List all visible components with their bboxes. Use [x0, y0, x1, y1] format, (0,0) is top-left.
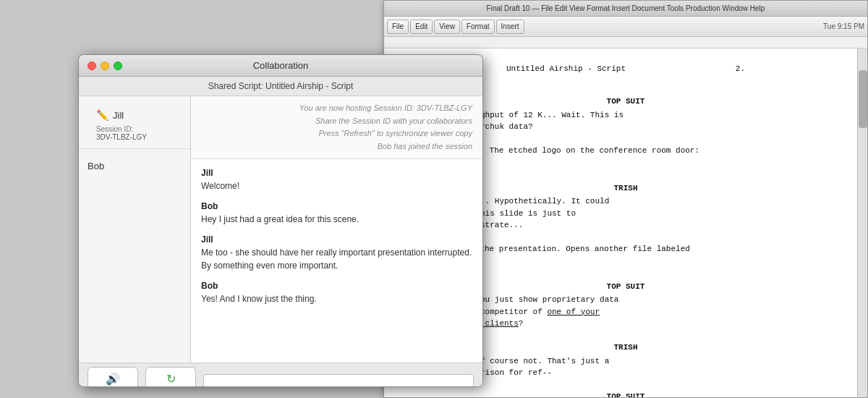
- collab-status-area: You are now hosting Session ID: 3DV-TLBZ…: [191, 96, 482, 159]
- chat-message-3: Bob Yes! And I know just the thing.: [201, 281, 472, 305]
- collab-body: ✏️ Jill Session ID: 3DV-TLBZ-LGY Bob You…: [79, 96, 482, 363]
- refresh-icon: ↻: [166, 372, 176, 386]
- chat-text-0: Welcome!: [201, 179, 472, 192]
- status-line-2: Share the Session ID with your collabora…: [201, 115, 472, 128]
- status-line-1: You are now hosting Session ID: 3DV-TLBZ…: [201, 102, 472, 115]
- script-dialog-trish2: No. Of course not. That's just acomparis…: [456, 355, 795, 379]
- script-ruler: [384, 37, 867, 48]
- status-line-4: Bob has joined the session: [201, 140, 472, 153]
- collab-window-title: Collaboration: [253, 60, 309, 71]
- chat-sender-0: Jill: [201, 168, 472, 178]
- toolbar-edit[interactable]: Edit: [410, 20, 433, 34]
- session-id-value: 3DV-TLBZ-LGY: [96, 133, 182, 141]
- toolbar-file[interactable]: File: [387, 20, 409, 34]
- script-titlebar: Final Draft 10 — File Edit View Format I…: [384, 1, 867, 17]
- jill-name: Jill: [113, 110, 124, 121]
- script-toolbar: File Edit View Format Insert Tue 9:15 PM: [384, 17, 867, 37]
- script-dialog-topsuit2: Did you just show proprietary datato a c…: [456, 294, 795, 330]
- collab-sidebar: ✏️ Jill Session ID: 3DV-TLBZ-LGY Bob: [79, 96, 191, 363]
- chat-area: Jill Welcome! Bob Hey I just had a great…: [191, 159, 482, 363]
- chat-message-2: Jill Me too - she should have her really…: [201, 234, 472, 272]
- jill-user-icon: ✏️: [96, 109, 109, 121]
- maximize-button[interactable]: [114, 62, 122, 70]
- chat-message-1: Bob Hey I just had a great idea for this…: [201, 201, 472, 226]
- shared-script-label: Shared Script: Untitled Airship - Script: [79, 77, 482, 96]
- sound-icon: 🔊: [106, 372, 120, 386]
- minimize-button[interactable]: [101, 62, 109, 70]
- chat-message-0: Jill Welcome!: [201, 168, 472, 192]
- collaboration-window: Collaboration Shared Script: Untitled Ai…: [78, 54, 483, 387]
- jill-user-entry: ✏️ Jill: [88, 106, 182, 124]
- script-title-text: Final Draft 10 — File Edit View Format I…: [487, 4, 765, 12]
- chat-text-1: Hey I just had a great idea for this sce…: [201, 213, 472, 226]
- refresh-button[interactable]: ↻ Refresh: [145, 367, 196, 387]
- chat-sender-3: Bob: [201, 281, 472, 291]
- session-label-text: Session ID:: [96, 125, 182, 133]
- bob-user-entry: Bob: [79, 155, 190, 177]
- script-scrollthumb[interactable]: [859, 70, 867, 128]
- collab-main: You are now hosting Session ID: 3DV-TLBZ…: [191, 96, 482, 363]
- toolbar-insert[interactable]: Insert: [496, 20, 524, 34]
- status-line-3: Press "Refresh" to synchronize viewer co…: [201, 127, 472, 140]
- script-dialog-trish: Well... Hypothetically. It couldbe. This…: [456, 195, 795, 232]
- collab-titlebar: Collaboration: [79, 55, 482, 77]
- chat-text-2: Me too - she should have her really impo…: [201, 246, 472, 272]
- jill-user-block: ✏️ Jill Session ID: 3DV-TLBZ-LGY: [79, 103, 190, 149]
- chat-input[interactable]: [203, 374, 474, 388]
- script-scrollbar[interactable]: [857, 48, 867, 397]
- traffic-lights: [88, 62, 122, 70]
- toolbar-format[interactable]: Format: [461, 20, 495, 34]
- close-button[interactable]: [88, 62, 96, 70]
- collab-footer: 🔊 Sound ↻ Refresh: [79, 363, 482, 387]
- chat-text-3: Yes! And I know just the thing.: [201, 292, 472, 305]
- chat-sender-1: Bob: [201, 201, 472, 211]
- sound-button[interactable]: 🔊 Sound: [88, 367, 138, 387]
- script-char-topsuit3: TOP SUIT: [413, 391, 838, 397]
- script-dialog: Throughput of 12 K... Wait. This isVande…: [456, 109, 795, 133]
- chat-sender-2: Jill: [201, 234, 472, 245]
- script-page-info: Tue 9:15 PM: [823, 22, 864, 30]
- toolbar-view[interactable]: View: [434, 20, 460, 34]
